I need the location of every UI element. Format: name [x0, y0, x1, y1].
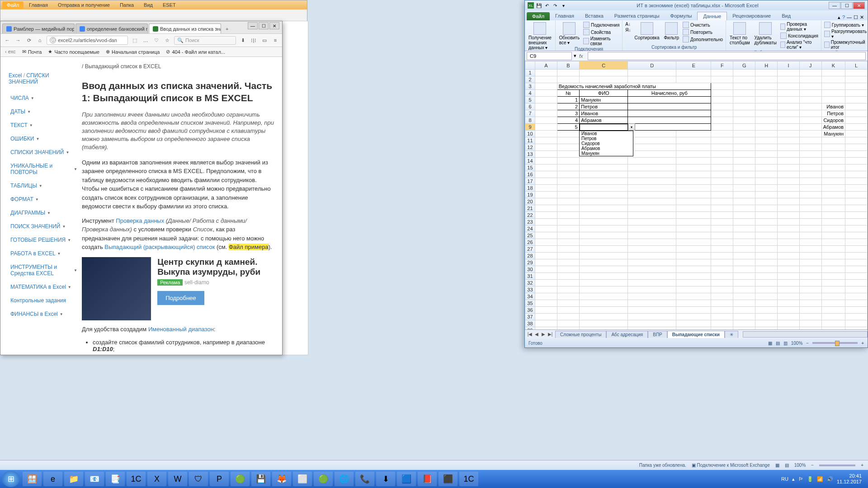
browser-tab[interactable]: определение банковский пр✕ — [75, 23, 148, 33]
lang-indicator[interactable]: RU — [781, 476, 788, 482]
search-field[interactable]: 🔍Поиск — [174, 36, 236, 45]
advanced-button[interactable]: Дополнительно — [683, 36, 723, 43]
cell-dropdown-button[interactable]: ▾ — [628, 123, 635, 131]
info-icon[interactable]: ⓘ — [50, 37, 56, 43]
sidebar-item[interactable]: ДИАГРАММЫ ▼ — [10, 206, 77, 220]
what-if-button[interactable]: Анализ "что если" ▾ — [780, 39, 818, 50]
outlook-tab[interactable]: Главная — [24, 1, 52, 9]
refresh-all-button[interactable]: Обновить все ▾ — [558, 21, 580, 46]
sidebar-item[interactable]: ОШИБКИ ▼ — [10, 132, 77, 145]
view-break-icon[interactable]: ▥ — [783, 341, 788, 346]
tray-icon[interactable]: 🏳 — [798, 476, 803, 482]
library-icon[interactable]: ⫶|⫶ — [250, 36, 258, 44]
sheet-nav-last[interactable]: ▶| — [547, 332, 553, 337]
addr-icon[interactable]: ⬚ — [131, 36, 139, 44]
outlook-tab[interactable]: ESET — [158, 1, 180, 9]
bookmark[interactable]: ✉Почта — [22, 49, 42, 55]
close-button[interactable]: ✕ — [853, 2, 865, 9]
bookmark[interactable]: ⊕Начальная страница — [106, 49, 160, 55]
new-sheet-button[interactable]: ✳ — [725, 331, 738, 338]
name-box[interactable]: C9 — [527, 52, 572, 60]
clock[interactable]: 20:4111.12.2017 — [837, 473, 862, 485]
menu-icon[interactable]: ≡ — [271, 36, 279, 44]
qat-dropdown-icon[interactable]: ▾ — [560, 2, 566, 9]
sort-desc-button[interactable]: Я↓ — [625, 27, 631, 33]
zoom-in-button[interactable]: + — [861, 341, 864, 346]
start-button[interactable]: ⊞ — [2, 471, 20, 487]
subtotal-button[interactable]: Промежуточный итог — [824, 39, 867, 50]
zoom-out-button[interactable]: − — [811, 463, 814, 468]
taskbar-app[interactable]: 1C — [459, 472, 478, 486]
sheet-tab[interactable]: ВПР — [648, 331, 667, 338]
outlook-file-tab[interactable]: Файл — [2, 1, 24, 9]
tray-icon[interactable]: 🔊 — [827, 476, 833, 482]
zoom-slider[interactable] — [819, 465, 855, 466]
url-field[interactable]: ⓘexcel2.ru/articles/vvod-dan — [47, 36, 128, 45]
sheet-tab[interactable]: Абс адресация — [606, 331, 648, 338]
taskbar-app[interactable]: ⬜ — [293, 472, 312, 486]
downloads-icon[interactable]: ⬇ — [239, 36, 247, 44]
new-tab-button[interactable]: + — [222, 24, 232, 33]
reload-button[interactable]: ⟳ — [25, 36, 33, 44]
ribbon-tab[interactable]: Вид — [776, 12, 796, 20]
taskbar-app[interactable]: 📑 — [106, 472, 125, 486]
worksheet[interactable]: ABCDEFGHIJKL123Ведомость начислений зара… — [525, 61, 868, 329]
external-data-button[interactable]: Получение внешних данных ▾ — [528, 21, 552, 51]
taskbar-app[interactable]: W — [168, 472, 187, 486]
bookmark[interactable]: ⊘404 - Файл или катал... — [166, 49, 225, 55]
taskbar-app[interactable]: ⬛ — [439, 472, 458, 486]
sheet-nav-prev[interactable]: ◀ — [533, 332, 540, 337]
sidebar-item[interactable]: РАБОТА в EXCEL ▼ — [10, 247, 77, 260]
zoom-out-button[interactable]: − — [806, 341, 809, 346]
sidebar-item[interactable]: ФОРМАТ ▼ — [10, 192, 77, 206]
taskbar-app[interactable]: 📧 — [85, 472, 104, 486]
ribbon-tab[interactable]: Формулы — [665, 12, 698, 20]
ribbon-tab[interactable]: Главная — [550, 12, 580, 20]
maximize-button[interactable]: ☐ — [841, 2, 853, 9]
sheet-nav-first[interactable]: |◀ — [527, 332, 533, 337]
sort-asc-button[interactable]: А↓ — [625, 21, 631, 27]
sidebar-item[interactable]: СПИСКИ ЗНАЧЕНИЙ ▼ — [10, 145, 77, 159]
outlook-tab[interactable]: Папка — [115, 1, 138, 9]
sidebar-item[interactable]: МАТЕМАТИКА в Excel ▼ — [10, 280, 77, 294]
taskbar-app[interactable]: 🪟 — [23, 472, 42, 486]
forward-button[interactable]: → — [14, 36, 22, 44]
ad-button[interactable]: Подробнее — [157, 291, 204, 305]
taskbar-app[interactable]: 🟦 — [397, 472, 416, 486]
sidebar-item[interactable]: ТЕКСТ ▼ — [10, 118, 77, 132]
taskbar-app[interactable]: e — [43, 472, 62, 486]
validation-dropdown-list[interactable]: ИвановПетровСидоровАбрамовМанукян — [579, 131, 633, 156]
addr-icon[interactable]: ☆ — [163, 36, 171, 44]
taskbar-app[interactable]: 🟢 — [314, 472, 333, 486]
link[interactable]: Выпадающий (раскрывающийся) список — [104, 244, 215, 250]
ribbon-tab[interactable]: Данные — [697, 12, 727, 20]
outlook-tab[interactable]: Вид — [139, 1, 157, 9]
tray-chevron-icon[interactable]: ▴ — [792, 476, 795, 482]
sidebar-item[interactable]: ПОИСК ЗНАЧЕНИЙ ▼ — [10, 220, 77, 233]
mdi-min-icon[interactable]: — — [847, 14, 852, 20]
dropdown-option[interactable]: Абрамов — [580, 146, 633, 151]
sidebar-item[interactable]: ДАТЫ ▼ — [10, 105, 77, 118]
bookmark[interactable]: ★Часто посещаемые — [48, 49, 99, 55]
clear-button[interactable]: Очистить — [683, 21, 723, 28]
redo-icon[interactable]: ↷ — [552, 2, 558, 9]
browser-tab[interactable]: Рамблер — медийный порт✕ — [2, 23, 75, 33]
browser-tab-active[interactable]: Ввод данных из списка знач✕ — [149, 23, 221, 33]
sidebar-item[interactable]: ГОТОВЫЕ РЕШЕНИЯ ▼ — [10, 233, 77, 247]
taskbar-app[interactable]: ⬇ — [376, 472, 395, 486]
zoom-in-button[interactable]: + — [861, 463, 863, 468]
taskbar-app[interactable]: 💾 — [251, 472, 270, 486]
sidebar-item[interactable]: Контрольные задания — [10, 294, 77, 307]
sidebar-item[interactable]: ЧИСЛА ▼ — [10, 91, 77, 105]
taskbar-app[interactable]: 🟢 — [231, 472, 250, 486]
taskbar-app[interactable]: 📁 — [64, 472, 83, 486]
save-icon[interactable]: 💾 — [536, 2, 542, 9]
group-button[interactable]: Группировать ▾ — [824, 21, 867, 28]
sidebar-icon[interactable]: ▭ — [260, 36, 269, 44]
ungroup-button[interactable]: Разгруппировать ▾ — [824, 28, 867, 39]
dropdown-option[interactable]: Сидоров — [580, 141, 633, 146]
tray-icon[interactable]: 🔋 — [807, 476, 813, 482]
help-icon[interactable]: ? — [842, 14, 845, 20]
sidebar-item[interactable]: ФИНАНСЫ в Excel ▼ — [10, 307, 77, 321]
ribbon-tab[interactable]: Рецензирование — [727, 12, 776, 20]
